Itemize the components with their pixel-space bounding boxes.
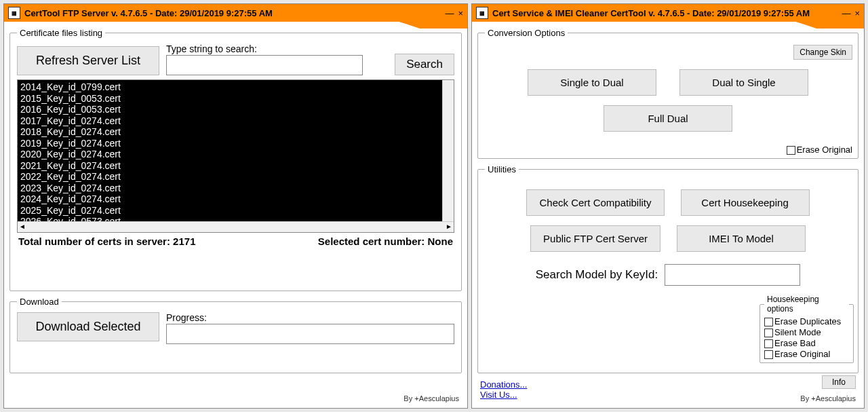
- list-item[interactable]: 2023_Key_id_0274.cert: [20, 183, 451, 194]
- window-title: CertTool FTP Server v. 4.7.6.5 - Date: 2…: [24, 8, 273, 18]
- list-item[interactable]: 2015_Key_id_0053.cert: [20, 93, 451, 105]
- public-ftp-button[interactable]: Public FTP Cert Server: [530, 225, 660, 252]
- group-conversion-legend: Conversion Options: [485, 28, 568, 38]
- selected-cert-label: Selected cert number: None: [318, 236, 453, 247]
- app-icon: ▦: [8, 7, 20, 19]
- search-input[interactable]: [166, 55, 363, 75]
- erase-original-label: Erase Original: [797, 145, 852, 155]
- titlebar-right[interactable]: ▦ Cert Service & IMEI Cleaner CertTool v…: [472, 4, 864, 22]
- window-title: Cert Service & IMEI Cleaner CertTool v. …: [492, 8, 810, 18]
- single-to-dual-button[interactable]: Single to Dual: [528, 69, 656, 96]
- list-item[interactable]: 2018_Key_id_0274.cert: [20, 126, 451, 138]
- erase-bad-checkbox[interactable]: [764, 339, 773, 348]
- group-housekeeping: Housekeeping options Erase Duplicates Si…: [760, 295, 854, 363]
- minimize-icon[interactable]: —: [445, 8, 454, 18]
- search-button[interactable]: Search: [395, 54, 454, 75]
- group-download: Download Download Selected Progress:: [9, 297, 462, 373]
- group-utilities: Utilities Check Cert Compatibility Cert …: [477, 164, 859, 373]
- erase-original-hk-checkbox[interactable]: [764, 350, 773, 359]
- cert-file-listbox[interactable]: 2014_Key_id_0799.cert2015_Key_id_0053.ce…: [17, 79, 454, 233]
- list-item[interactable]: 2020_Key_id_0274.cert: [20, 149, 451, 160]
- full-dual-button[interactable]: Full Dual: [604, 105, 732, 132]
- list-item[interactable]: 2021_Key_id_0274.cert: [20, 160, 451, 172]
- scrollbar-horizontal[interactable]: ◄►: [18, 221, 454, 232]
- list-item[interactable]: 2022_Key_id_0274.cert: [20, 171, 451, 183]
- group-download-legend: Download: [17, 297, 62, 307]
- erase-original-checkbox[interactable]: [787, 146, 795, 155]
- progress-bar: [166, 324, 454, 344]
- visit-us-link[interactable]: Visit Us...: [480, 390, 517, 400]
- search-label: Type string to search:: [166, 43, 388, 54]
- list-item[interactable]: 2017_Key_id_0274.cert: [20, 115, 451, 127]
- info-button[interactable]: Info: [822, 375, 856, 389]
- refresh-server-list-button[interactable]: Refresh Server List: [17, 46, 159, 75]
- group-listing-legend: Certificate files listing: [17, 28, 105, 38]
- silent-mode-checkbox[interactable]: [764, 329, 773, 337]
- download-selected-button[interactable]: Download Selected: [17, 312, 159, 341]
- scrollbar-vertical[interactable]: [442, 80, 454, 221]
- list-item[interactable]: 2024_Key_id_0274.cert: [20, 193, 451, 205]
- cert-housekeeping-button[interactable]: Cert Housekeeping: [681, 189, 810, 216]
- check-cert-compat-button[interactable]: Check Cert Compatibility: [526, 189, 664, 216]
- app-icon: ▦: [476, 7, 488, 19]
- list-item[interactable]: 2014_Key_id_0799.cert: [20, 81, 451, 93]
- search-model-input[interactable]: [665, 264, 800, 286]
- housekeeping-legend: Housekeeping options: [764, 295, 849, 314]
- dual-to-single-button[interactable]: Dual to Single: [679, 69, 808, 96]
- change-skin-button[interactable]: Change Skin: [793, 45, 852, 60]
- group-conversion: Conversion Options Change Skin Single to…: [477, 28, 859, 159]
- progress-label: Progress:: [166, 312, 454, 323]
- list-item[interactable]: 2019_Key_id_0274.cert: [20, 138, 451, 149]
- donations-link[interactable]: Donations...: [480, 379, 527, 390]
- minimize-icon[interactable]: —: [842, 8, 850, 18]
- list-item[interactable]: 2016_Key_id_0053.cert: [20, 104, 451, 115]
- close-icon[interactable]: ×: [854, 8, 860, 18]
- credit-label-right: By +Aesculapius: [800, 394, 856, 402]
- group-certificate-listing: Certificate files listing Refresh Server…: [9, 28, 462, 291]
- close-icon[interactable]: ×: [458, 8, 463, 18]
- titlebar-left[interactable]: ▦ CertTool FTP Server v. 4.7.6.5 - Date:…: [4, 4, 467, 22]
- list-item[interactable]: 2025_Key_id_0274.cert: [20, 205, 451, 217]
- imei-to-model-button[interactable]: IMEI To Model: [677, 225, 806, 252]
- search-model-label: Search Model by KeyId:: [536, 268, 658, 282]
- erase-duplicates-checkbox[interactable]: [764, 318, 773, 326]
- total-certs-label: Total number of certs in server: 2171: [18, 236, 195, 247]
- credit-label: By +Aesculapius: [403, 394, 459, 402]
- group-utilities-legend: Utilities: [485, 164, 519, 174]
